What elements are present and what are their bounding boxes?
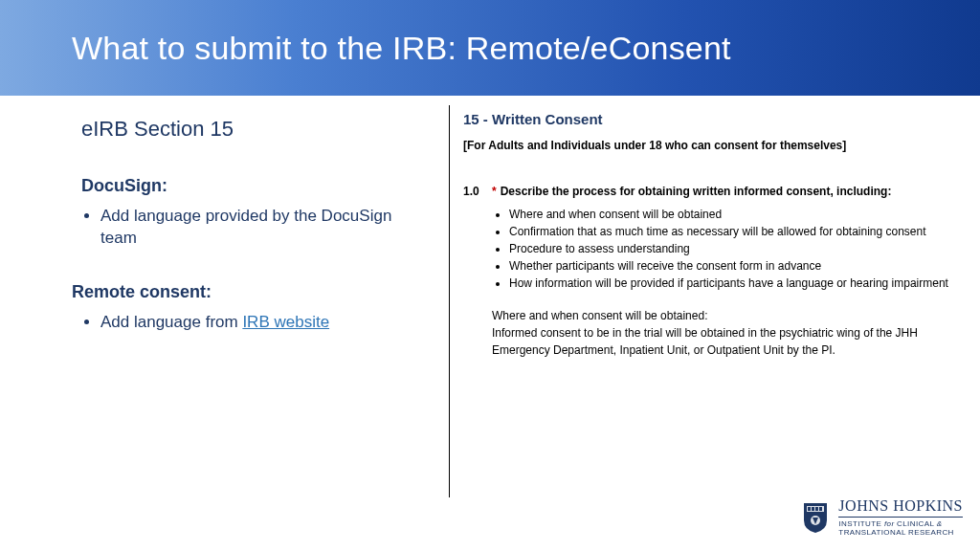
answer-para2: Informed consent to be in the trial will… [492, 324, 961, 359]
q-bullet: How information will be provided if part… [509, 275, 961, 292]
svg-rect-2 [812, 507, 814, 511]
content-area: eIRB Section 15 DocuSign: Add language p… [0, 96, 980, 488]
question-bullets: Where and when consent will be obtained … [492, 206, 961, 292]
svg-rect-3 [815, 507, 818, 511]
docusign-bullets: Add language provided by the DocuSign te… [81, 206, 421, 250]
svg-rect-1 [808, 507, 811, 511]
title-banner: What to submit to the IRB: Remote/eConse… [0, 0, 980, 96]
irb-website-link[interactable]: IRB website [242, 313, 329, 331]
form-item: 1.0 *Describe the process for obtaining … [463, 185, 961, 359]
svg-rect-4 [819, 507, 822, 511]
right-column: 15 - Written Consent [For Adults and Ind… [450, 96, 980, 488]
q-bullet: Confirmation that as much time as necess… [509, 223, 961, 240]
left-column: eIRB Section 15 DocuSign: Add language p… [0, 96, 450, 488]
docusign-heading: DocuSign: [81, 176, 421, 196]
remote-bullet: Add language from IRB website [100, 312, 421, 334]
item-body: *Describe the process for obtaining writ… [492, 185, 961, 359]
docusign-bullet: Add language provided by the DocuSign te… [100, 206, 421, 250]
required-star-icon: * [492, 185, 497, 198]
question-text: Describe the process for obtaining writt… [501, 185, 892, 198]
q-bullet: Whether participants will receive the co… [509, 257, 961, 275]
remote-bullet-prefix: Add language from [100, 313, 242, 331]
remote-heading: Remote consent: [72, 282, 421, 302]
answer-para1: Where and when consent will be obtained: [492, 307, 961, 324]
form-section-title: 15 - Written Consent [463, 111, 961, 127]
section-title: eIRB Section 15 [81, 117, 421, 142]
remote-bullets: Add language from IRB website [81, 312, 421, 334]
item-question: *Describe the process for obtaining writ… [492, 185, 961, 198]
logo-footer: JOHNS HOPKINS INSTITUTE for CLINICAL & T… [802, 497, 963, 538]
item-number: 1.0 [463, 185, 492, 359]
slide-title: What to submit to the IRB: Remote/eConse… [72, 30, 731, 67]
shield-icon [802, 501, 829, 534]
logo-text: JOHNS HOPKINS INSTITUTE for CLINICAL & T… [838, 497, 963, 538]
q-bullet: Where and when consent will be obtained [509, 206, 961, 223]
logo-sub: INSTITUTE for CLINICAL & TRANSLATIONAL R… [838, 517, 963, 538]
logo-main: JOHNS HOPKINS [838, 497, 963, 515]
form-section-subtitle: [For Adults and Individuals under 18 who… [463, 139, 961, 152]
q-bullet: Procedure to assess understanding [509, 240, 961, 257]
